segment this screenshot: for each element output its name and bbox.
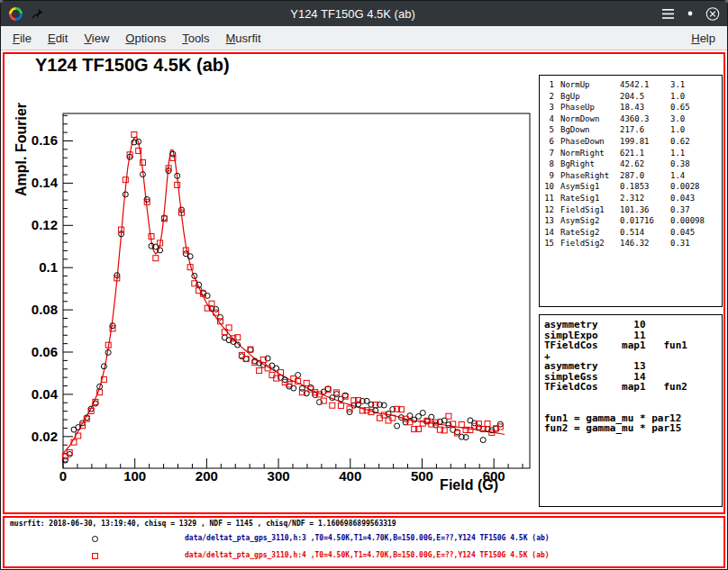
param-number: 14 bbox=[541, 227, 554, 239]
y-tick-label: 0.06 bbox=[32, 344, 58, 359]
param-number: 7 bbox=[541, 148, 554, 159]
param-name: BgRight bbox=[560, 158, 620, 170]
param-value: 0.01716 bbox=[620, 215, 670, 227]
y-tick-label: 0.02 bbox=[32, 429, 58, 444]
plot-pad[interactable]: Y124 TF150G 4.5K (ab) 010020030040050060… bbox=[3, 52, 725, 514]
param-error: 0.62 bbox=[670, 136, 720, 148]
menu-item-tools[interactable]: Tools bbox=[174, 30, 217, 47]
param-error: 0.38 bbox=[670, 158, 720, 170]
menubar: FileEditViewOptionsToolsMusrfit Help bbox=[1, 26, 727, 50]
parameter-row: 9PhaseRight287.01.4 bbox=[541, 170, 720, 182]
param-number: 3 bbox=[541, 102, 554, 113]
legend-row: data/deltat_pta_gps_3110,h:4 ,T0=4.50K,T… bbox=[5, 550, 723, 565]
parameter-row: 12FieldSig1101.360.37 bbox=[541, 204, 720, 216]
parameter-pave[interactable]: 1NormUp4542.13.12BgUp204.51.03PhaseUp18.… bbox=[539, 75, 723, 307]
param-error: 1.0 bbox=[670, 91, 720, 103]
param-number: 15 bbox=[541, 238, 554, 249]
series-circles bbox=[62, 139, 503, 463]
param-name: NormRight bbox=[560, 148, 620, 159]
param-name: FieldSig1 bbox=[560, 204, 620, 216]
parameter-row: 13AsymSig20.017160.00098 bbox=[541, 215, 720, 227]
param-name: RateSig2 bbox=[560, 227, 620, 239]
menu-item-options[interactable]: Options bbox=[117, 30, 174, 47]
param-number: 8 bbox=[541, 158, 554, 170]
close-icon[interactable] bbox=[705, 6, 720, 21]
param-error: 0.31 bbox=[670, 238, 720, 249]
y-axis-title: Ampl. Fourier bbox=[14, 103, 29, 196]
parameter-row: 15FieldSig2146.320.31 bbox=[541, 238, 720, 249]
param-value: 0.514 bbox=[620, 227, 670, 239]
param-value: 217.6 bbox=[620, 124, 670, 136]
param-number: 11 bbox=[541, 193, 554, 204]
param-name: BgUp bbox=[560, 91, 620, 103]
param-value: 4542.1 bbox=[620, 79, 670, 91]
param-value: 2.312 bbox=[620, 193, 670, 204]
param-value: 101.36 bbox=[620, 204, 670, 216]
y-tick-label: 0.12 bbox=[32, 217, 58, 232]
param-error: 0.65 bbox=[670, 102, 720, 113]
parameter-row: 6PhaseDown199.810.62 bbox=[541, 136, 720, 148]
menu-item-help[interactable]: Help bbox=[683, 30, 723, 47]
theory-line: fun2 = gamma_mu * par15 bbox=[544, 423, 717, 434]
square-marker-icon bbox=[92, 553, 98, 559]
param-number: 2 bbox=[541, 91, 554, 103]
theory-pave[interactable]: asymmetry 10simplExpo 11TFieldCos map1 f… bbox=[539, 314, 723, 507]
chart-canvas[interactable]: 01002003004005006000.020.040.060.080.10.… bbox=[5, 54, 545, 509]
x-tick-label: 300 bbox=[268, 468, 290, 484]
param-value: 621.1 bbox=[620, 148, 670, 159]
param-number: 10 bbox=[541, 181, 554, 193]
y-tick-label: 0.14 bbox=[32, 175, 59, 190]
x-tick-label: 500 bbox=[411, 468, 433, 484]
param-value: 146.32 bbox=[620, 238, 670, 249]
param-name: AsymSig2 bbox=[560, 215, 620, 227]
fit-curve-line bbox=[63, 137, 505, 454]
menu-item-musrfit[interactable]: Musrfit bbox=[218, 30, 269, 47]
minimize-icon[interactable] bbox=[683, 6, 697, 21]
param-error: 0.045 bbox=[670, 227, 720, 239]
parameter-row: 14RateSig20.5140.045 bbox=[541, 227, 720, 239]
window-menu-icon[interactable] bbox=[660, 6, 675, 21]
legend-label: data/deltat_pta_gps_3110,h:3 ,T0=4.50K,T… bbox=[185, 534, 550, 542]
theory-line bbox=[544, 393, 717, 403]
param-error: 1.0 bbox=[670, 124, 720, 136]
param-number: 9 bbox=[541, 170, 554, 182]
parameter-row: 5BgDown217.61.0 bbox=[541, 124, 720, 136]
param-value: 18.43 bbox=[620, 102, 670, 113]
theory-line: asymmetry 10 bbox=[544, 320, 717, 330]
param-number: 4 bbox=[541, 113, 554, 125]
theory-line: asymmetry 13 bbox=[544, 361, 717, 372]
y-tick-label: 0.08 bbox=[32, 302, 58, 317]
window-title: Y124 TF150G 4.5K (ab) bbox=[45, 7, 660, 21]
app-window: Y124 TF150G 4.5K (ab) F bbox=[0, 0, 728, 570]
menu-item-edit[interactable]: Edit bbox=[40, 30, 76, 47]
y-tick-label: 0.1 bbox=[39, 259, 58, 275]
param-error: 0.37 bbox=[670, 204, 720, 216]
param-number: 5 bbox=[541, 124, 554, 136]
param-value: 42.62 bbox=[620, 158, 670, 170]
param-error: 1.4 bbox=[670, 170, 720, 182]
theory-line bbox=[544, 403, 717, 413]
root-canvas: Y124 TF150G 4.5K (ab) 010020030040050060… bbox=[1, 50, 727, 569]
param-name: FieldSig2 bbox=[560, 238, 620, 249]
param-value: 0.1853 bbox=[620, 181, 670, 193]
parameter-row: 4NormDown4360.33.0 bbox=[541, 113, 720, 125]
parameter-row: 1NormUp4542.13.1 bbox=[541, 79, 720, 91]
menu-item-file[interactable]: File bbox=[5, 30, 40, 47]
pin-icon[interactable] bbox=[31, 6, 45, 21]
plot-frame bbox=[63, 113, 530, 468]
param-value: 204.5 bbox=[620, 91, 670, 103]
legend-pad[interactable]: musrfit: 2018-06-30, 13:19:40, chisq = 1… bbox=[3, 516, 725, 568]
param-name: NormDown bbox=[560, 113, 620, 125]
parameter-row: 11RateSig12.3120.043 bbox=[541, 193, 720, 204]
param-name: NormUp bbox=[560, 79, 620, 91]
param-name: PhaseDown bbox=[560, 136, 620, 148]
parameter-row: 7NormRight621.11.1 bbox=[541, 148, 720, 159]
theory-line: TFieldCos map1 fun1 bbox=[544, 340, 717, 351]
param-name: PhaseRight bbox=[560, 170, 620, 182]
parameter-row: 2BgUp204.51.0 bbox=[541, 91, 720, 103]
circle-marker-icon bbox=[92, 536, 98, 542]
param-value: 4360.3 bbox=[620, 113, 670, 125]
param-error: 3.1 bbox=[670, 79, 720, 91]
fit-info-text: musrfit: 2018-06-30, 13:19:40, chisq = 1… bbox=[10, 520, 396, 528]
menu-item-view[interactable]: View bbox=[76, 30, 117, 47]
